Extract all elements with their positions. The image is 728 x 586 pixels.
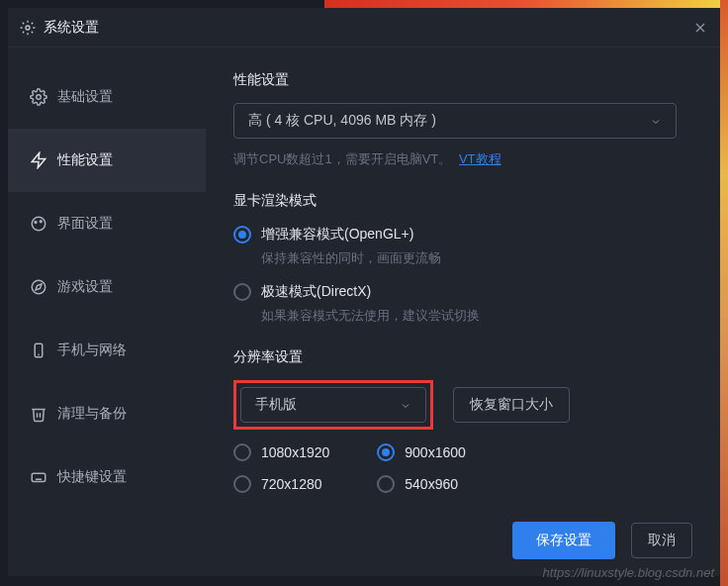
svg-rect-10 — [32, 473, 46, 481]
cancel-button[interactable]: 取消 — [631, 523, 692, 558]
dropdown-value: 手机版 — [255, 396, 297, 414]
svg-point-6 — [32, 280, 46, 294]
svg-marker-2 — [32, 153, 46, 168]
sidebar-item-cleanup[interactable]: 清理与备份 — [8, 382, 206, 445]
highlight-box: 手机版 — [233, 380, 433, 430]
window-title: 系统设置 — [44, 19, 692, 37]
svg-point-0 — [26, 26, 30, 30]
save-button[interactable]: 保存设置 — [512, 522, 615, 559]
render-directx-radio[interactable]: 极速模式(DirectX) — [233, 283, 692, 301]
res-540x960-radio[interactable]: 540x960 — [377, 475, 466, 493]
section-title-performance: 性能设置 — [233, 71, 692, 89]
radio-icon — [233, 443, 251, 461]
sidebar-item-label: 手机与网络 — [57, 342, 127, 359]
chevron-down-icon — [650, 115, 662, 127]
radio-icon — [233, 283, 251, 301]
sidebar-item-phone-network[interactable]: 手机与网络 — [8, 319, 206, 382]
render-opengl-sub: 保持兼容性的同时，画面更流畅 — [261, 249, 692, 267]
gear-icon — [20, 20, 36, 36]
radio-icon — [377, 475, 395, 493]
sidebar-item-label: 快捷键设置 — [57, 468, 127, 486]
titlebar: 系统设置 — [8, 8, 720, 48]
resolution-dropdown[interactable]: 手机版 — [240, 387, 426, 423]
compass-icon — [30, 278, 47, 296]
sidebar-item-interface[interactable]: 界面设置 — [8, 192, 206, 255]
sidebar-item-label: 清理与备份 — [57, 405, 127, 423]
radio-label: 540x960 — [405, 476, 458, 492]
res-900x1600-radio[interactable]: 900x1600 — [377, 443, 466, 461]
gear-icon — [30, 88, 47, 106]
radio-label: 720x1280 — [261, 476, 322, 492]
svg-point-1 — [37, 95, 42, 100]
main-content: 性能设置 高 ( 4 核 CPU, 4096 MB 内存 ) 调节CPU数超过1… — [206, 48, 720, 505]
res-1080x1920-radio[interactable]: 1080x1920 — [233, 443, 329, 461]
svg-marker-7 — [36, 284, 42, 290]
settings-window: 系统设置 基础设置 性能设置 — [8, 8, 720, 576]
svg-point-4 — [35, 222, 37, 224]
performance-dropdown[interactable]: 高 ( 4 核 CPU, 4096 MB 内存 ) — [233, 103, 677, 139]
section-title-resolution: 分辨率设置 — [233, 348, 692, 366]
radio-label: 900x1600 — [405, 444, 466, 460]
bolt-icon — [30, 151, 47, 169]
radio-label: 极速模式(DirectX) — [261, 283, 371, 301]
reset-window-size-button[interactable]: 恢复窗口大小 — [453, 387, 570, 423]
palette-icon — [30, 215, 47, 233]
radio-icon — [377, 443, 395, 461]
sidebar-item-label: 基础设置 — [57, 88, 113, 106]
chevron-down-icon — [400, 399, 411, 411]
banner-strip — [324, 0, 720, 8]
sidebar-item-label: 游戏设置 — [57, 278, 113, 296]
trash-icon — [30, 405, 47, 423]
section-title-render: 显卡渲染模式 — [233, 192, 692, 210]
render-directx-sub: 如果兼容模式无法使用，建议尝试切换 — [261, 307, 692, 325]
close-button[interactable] — [692, 20, 708, 36]
render-opengl-radio[interactable]: 增强兼容模式(OpenGL+) — [233, 226, 692, 244]
vt-tutorial-link[interactable]: VT教程 — [459, 151, 501, 166]
sidebar-item-label: 界面设置 — [57, 215, 113, 233]
sidebar-item-game[interactable]: 游戏设置 — [8, 255, 206, 319]
radio-icon — [233, 226, 251, 244]
res-720x1280-radio[interactable]: 720x1280 — [233, 475, 329, 493]
sidebar-item-basic[interactable]: 基础设置 — [8, 65, 206, 129]
svg-point-5 — [40, 221, 42, 223]
radio-label: 增强兼容模式(OpenGL+) — [261, 226, 413, 244]
keyboard-icon — [30, 468, 47, 486]
dropdown-value: 高 ( 4 核 CPU, 4096 MB 内存 ) — [248, 112, 436, 130]
radio-label: 1080x1920 — [261, 444, 329, 460]
background-strip — [720, 0, 728, 586]
watermark: https://linuxstyle.blog.csdn.net — [543, 565, 714, 580]
sidebar: 基础设置 性能设置 界面设置 游戏设置 — [8, 48, 206, 505]
radio-icon — [233, 475, 251, 493]
sidebar-item-label: 性能设置 — [57, 151, 113, 169]
sidebar-item-shortcuts[interactable]: 快捷键设置 — [8, 445, 206, 505]
vt-hint: 调节CPU数超过1，需要开启电脑VT。 VT教程 — [233, 150, 692, 168]
svg-point-3 — [32, 217, 46, 231]
sidebar-item-performance[interactable]: 性能设置 — [8, 129, 206, 192]
phone-icon — [30, 342, 47, 359]
